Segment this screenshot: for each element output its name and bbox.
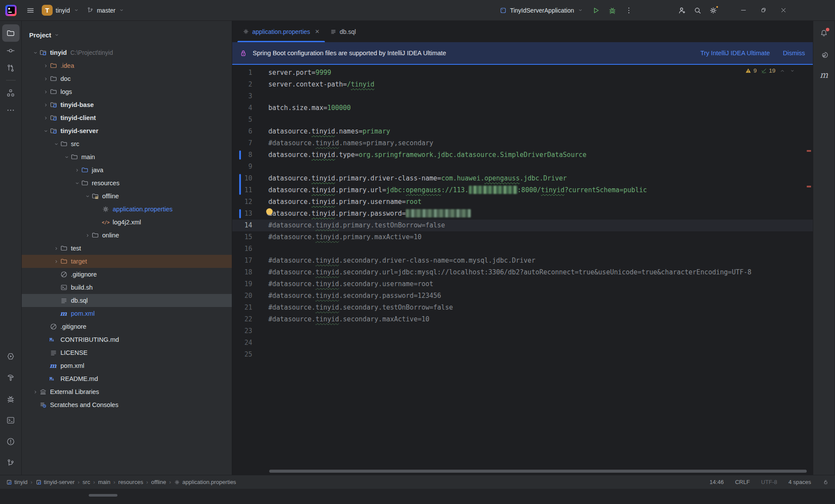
window-minimize-button[interactable] xyxy=(733,2,753,19)
change-marker[interactable] xyxy=(239,150,241,160)
breadcrumb-resources[interactable]: resources xyxy=(118,479,143,485)
tree-item-pom-xml[interactable]: mpom.xml xyxy=(22,359,232,372)
tree-item-db-sql[interactable]: db.sql xyxy=(22,294,232,307)
code-editor[interactable]: 1234567891011121314151617181920212223242… xyxy=(232,65,813,475)
code-line-5[interactable] xyxy=(268,114,813,126)
inspections-widget[interactable]: 9 19 xyxy=(745,67,795,74)
code-line-22[interactable]: #datasource.tinyid.secondary.maxActive=1… xyxy=(268,314,813,325)
intention-bulb-icon[interactable] xyxy=(266,208,273,215)
code-line-17[interactable]: #datasource.tinyid.secondary.driver-clas… xyxy=(268,255,813,267)
breadcrumb-src[interactable]: src xyxy=(83,479,90,485)
tree-item-tinyid-base[interactable]: tinyid-base xyxy=(22,98,232,111)
project-widget[interactable]: T tinyid xyxy=(38,3,83,18)
more-actions-icon[interactable] xyxy=(621,3,637,18)
code-line-7[interactable]: #datasource.tinyid.names=primary,seconda… xyxy=(268,137,813,149)
tree-item-readme-md[interactable]: M↓README.md xyxy=(22,372,232,385)
tree-item-scratches-and-consoles[interactable]: Scratches and Consoles xyxy=(22,398,232,411)
warnings-indicator[interactable]: 9 xyxy=(745,67,757,74)
tree-item-java[interactable]: java xyxy=(22,164,232,177)
tree-item-src[interactable]: src xyxy=(22,137,232,150)
tree-item-idea[interactable]: .idea xyxy=(22,59,232,72)
terminal-tool-icon[interactable] xyxy=(2,411,20,429)
chevron-down-icon[interactable] xyxy=(31,50,39,56)
editor-gutter[interactable]: 1234567891011121314151617181920212223242… xyxy=(232,65,267,475)
tree-item-logs[interactable]: logs xyxy=(22,85,232,98)
tree-item-offline[interactable]: offline xyxy=(22,190,232,203)
tree-item-gitignore[interactable]: .gitignore xyxy=(22,268,232,281)
breadcrumb-offline[interactable]: offline xyxy=(151,479,166,485)
chevron-right-icon[interactable] xyxy=(42,89,50,95)
code-line-11[interactable]: datasource.tinyid.primary.url=jdbc:openg… xyxy=(268,184,813,196)
tree-item-build-sh[interactable]: build.sh xyxy=(22,281,232,294)
tree-item-application-properties[interactable]: application.properties xyxy=(22,203,232,216)
project-panel-header[interactable]: Project xyxy=(22,21,232,41)
project-tool-icon[interactable] xyxy=(2,24,20,42)
tab-db-sql[interactable]: db.sql xyxy=(325,21,361,42)
chevron-right-icon[interactable] xyxy=(42,115,50,121)
tree-item-tinyid[interactable]: tinyidC:\Project\tinyid xyxy=(22,46,232,59)
services-tool-icon[interactable] xyxy=(2,347,20,365)
window-restore-button[interactable] xyxy=(753,2,773,19)
close-icon[interactable]: ✕ xyxy=(315,28,320,35)
breadcrumb-main[interactable]: main xyxy=(98,479,110,485)
main-menu-icon[interactable] xyxy=(23,3,38,18)
status-utf-8[interactable]: UTF-8 xyxy=(761,479,777,485)
tree-item-gitignore[interactable]: .gitignore xyxy=(22,320,232,333)
code-line-9[interactable] xyxy=(268,161,813,173)
code-line-6[interactable]: datasource.tinyid.names=primary xyxy=(268,126,813,137)
tree-item-test[interactable]: test xyxy=(22,242,232,255)
window-close-button[interactable] xyxy=(773,2,793,19)
breadcrumb-application-properties[interactable]: application.properties xyxy=(174,479,236,485)
tree-item-resources[interactable]: resources xyxy=(22,177,232,190)
chevron-right-icon[interactable] xyxy=(42,102,50,108)
change-marker[interactable] xyxy=(239,209,241,218)
chevron-right-icon[interactable] xyxy=(31,389,39,395)
settings-gear-icon[interactable] xyxy=(705,3,721,18)
debug-button[interactable] xyxy=(605,3,620,18)
change-marker[interactable] xyxy=(239,174,241,195)
commit-tool-icon[interactable] xyxy=(2,42,20,59)
run-configuration-widget[interactable]: TinyIdServerApplication xyxy=(496,3,587,18)
code-line-12[interactable]: datasource.tinyid.primary.username=root xyxy=(268,196,813,208)
more-tool-windows-tool-icon[interactable] xyxy=(2,101,20,119)
tree-item-external-libraries[interactable]: External Libraries xyxy=(22,385,232,398)
breadcrumb-tinyid[interactable]: tinyid xyxy=(6,479,27,485)
code-line-4[interactable]: batch.size.max=100000 xyxy=(268,102,813,114)
tree-item-tinyid-client[interactable]: tinyid-client xyxy=(22,111,232,124)
structure-tool-icon[interactable] xyxy=(2,84,20,101)
tree-item-log4j2-xml[interactable]: </>log4j2.xml xyxy=(22,216,232,229)
tree-item-doc[interactable]: doc xyxy=(22,72,232,85)
build-tool-icon[interactable] xyxy=(2,369,20,386)
chevron-down-icon[interactable] xyxy=(63,154,70,160)
code-with-me-icon[interactable] xyxy=(674,3,690,18)
next-problem-icon[interactable] xyxy=(789,68,795,74)
code-line-1[interactable]: server.port=9999 xyxy=(268,67,813,79)
tree-item-online[interactable]: online xyxy=(22,229,232,242)
code-line-19[interactable]: #datasource.tinyid.secondary.username=ro… xyxy=(268,278,813,290)
code-line-8[interactable]: datasource.tinyid.type=org.springframewo… xyxy=(268,149,813,161)
code-content[interactable]: server.port=9999server.context-path=/tin… xyxy=(268,65,813,360)
vcs-branch-widget[interactable]: master xyxy=(83,3,129,18)
chevron-right-icon[interactable] xyxy=(73,167,81,174)
code-line-3[interactable] xyxy=(268,90,813,102)
code-line-18[interactable]: #datasource.tinyid.secondary.url=jdbc:my… xyxy=(268,267,813,278)
status-14-46[interactable]: 14:46 xyxy=(710,479,724,485)
chevron-down-icon[interactable] xyxy=(73,180,81,187)
code-line-16[interactable] xyxy=(268,243,813,255)
chevron-down-icon[interactable] xyxy=(42,128,50,134)
chevron-right-icon[interactable] xyxy=(52,245,60,252)
typos-indicator[interactable]: 19 xyxy=(761,67,775,74)
chevron-right-icon[interactable] xyxy=(42,76,50,82)
status-4-spaces[interactable]: 4 spaces xyxy=(788,479,811,485)
ai-assistant-tool-icon[interactable] xyxy=(815,45,833,63)
tree-item-pom-xml[interactable]: mpom.xml xyxy=(22,307,232,320)
run-button[interactable] xyxy=(588,3,604,18)
code-line-25[interactable] xyxy=(268,349,813,360)
chevron-down-icon[interactable] xyxy=(84,193,91,200)
horizontal-scrollbar[interactable] xyxy=(269,470,807,473)
problems-tool-icon[interactable] xyxy=(2,433,20,450)
tree-item-main[interactable]: main xyxy=(22,150,232,164)
chevron-right-icon[interactable] xyxy=(52,258,60,265)
dismiss-link[interactable]: Dismiss xyxy=(783,50,805,57)
previous-problem-icon[interactable] xyxy=(779,68,785,74)
